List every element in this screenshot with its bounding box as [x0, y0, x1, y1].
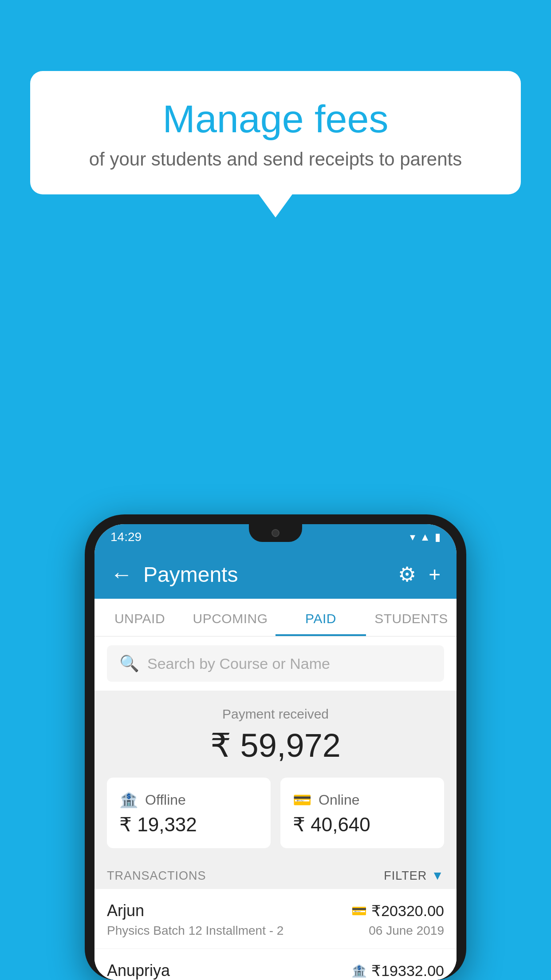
- wifi-icon: ▾: [410, 531, 415, 543]
- transactions-header: TRANSACTIONS FILTER ▼: [94, 861, 457, 889]
- add-icon[interactable]: +: [429, 562, 441, 586]
- online-card: 💳 Online ₹ 40,640: [280, 778, 444, 848]
- app-bar-title: Payments: [143, 562, 398, 587]
- online-amount: ₹ 40,640: [293, 813, 432, 836]
- transaction-row-partial[interactable]: Anupriya 🏦 ₹19332.00: [94, 949, 457, 980]
- offline-card-header: 🏦 Offline: [119, 791, 258, 809]
- offline-icon: 🏦: [119, 791, 138, 809]
- tab-students[interactable]: STUDENTS: [366, 599, 457, 636]
- transaction-detail-1: Physics Batch 12 Installment - 2: [107, 924, 283, 938]
- bubble-title: Manage fees: [52, 98, 499, 141]
- transaction-name-1: Arjun: [107, 901, 144, 920]
- tab-unpaid[interactable]: UNPAID: [94, 599, 185, 636]
- notch: [249, 524, 302, 542]
- offline-amount: ₹ 19,332: [119, 813, 258, 836]
- camera: [272, 529, 279, 537]
- settings-icon[interactable]: ⚙: [398, 562, 416, 586]
- filter-icon: ▼: [431, 869, 444, 883]
- transaction-amount-1: 💳 ₹20320.00: [351, 902, 444, 920]
- transaction-amount-2: 🏦 ₹19332.00: [351, 962, 444, 980]
- transaction-bottom-1: Physics Batch 12 Installment - 2 06 June…: [107, 924, 444, 938]
- transaction-date-1: 06 June 2019: [369, 924, 444, 938]
- filter-button[interactable]: FILTER ▼: [384, 869, 444, 883]
- battery-icon: ▮: [435, 531, 441, 543]
- online-type: Online: [319, 792, 360, 808]
- signal-icon: ▲: [420, 531, 430, 543]
- transaction-value-2: ₹19332.00: [371, 962, 444, 980]
- tab-upcoming[interactable]: UPCOMING: [185, 599, 276, 636]
- offline-card: 🏦 Offline ₹ 19,332: [107, 778, 271, 848]
- payment-summary: Payment received ₹ 59,972: [94, 691, 457, 778]
- tabs: UNPAID UPCOMING PAID STUDENTS: [94, 599, 457, 636]
- transaction-name-2: Anupriya: [107, 961, 170, 980]
- offline-type: Offline: [145, 792, 186, 808]
- status-icons: ▾ ▲ ▮: [410, 531, 441, 543]
- phone-mockup: 14:29 ▾ ▲ ▮ ← Payments ⚙ + UNPAID UPCO: [85, 514, 466, 980]
- search-input[interactable]: Search by Course or Name: [147, 655, 330, 672]
- transactions-list: Arjun 💳 ₹20320.00 Physics Batch 12 Insta…: [94, 889, 457, 980]
- app-bar-actions: ⚙ +: [398, 562, 441, 586]
- search-box[interactable]: 🔍 Search by Course or Name: [107, 645, 444, 682]
- payment-label: Payment received: [94, 707, 457, 722]
- cards-row: 🏦 Offline ₹ 19,332 💳 Online ₹ 40,640: [94, 778, 457, 861]
- app-bar: ← Payments ⚙ +: [94, 550, 457, 599]
- online-icon: 💳: [293, 791, 311, 809]
- transaction-row[interactable]: Arjun 💳 ₹20320.00 Physics Batch 12 Insta…: [94, 889, 457, 949]
- transaction-top-1: Arjun 💳 ₹20320.00: [107, 901, 444, 920]
- search-wrap: 🔍 Search by Course or Name: [94, 636, 457, 691]
- filter-label: FILTER: [384, 869, 427, 883]
- phone-screen: 14:29 ▾ ▲ ▮ ← Payments ⚙ + UNPAID UPCO: [94, 524, 457, 980]
- transaction-top-2: Anupriya 🏦 ₹19332.00: [107, 961, 444, 980]
- status-time: 14:29: [110, 530, 142, 544]
- transactions-label: TRANSACTIONS: [107, 869, 206, 883]
- back-button[interactable]: ←: [110, 561, 133, 587]
- online-card-header: 💳 Online: [293, 791, 432, 809]
- transaction-value-1: ₹20320.00: [371, 902, 444, 920]
- payment-amount: ₹ 59,972: [94, 726, 457, 764]
- transaction-icon-2: 🏦: [351, 964, 367, 978]
- transaction-icon-1: 💳: [351, 904, 367, 918]
- speech-bubble: Manage fees of your students and send re…: [30, 71, 521, 194]
- bubble-subtitle: of your students and send receipts to pa…: [52, 149, 499, 170]
- tab-paid[interactable]: PAID: [276, 599, 366, 636]
- phone-outer: 14:29 ▾ ▲ ▮ ← Payments ⚙ + UNPAID UPCO: [85, 514, 466, 980]
- status-bar: 14:29 ▾ ▲ ▮: [94, 524, 457, 550]
- search-icon: 🔍: [119, 654, 139, 673]
